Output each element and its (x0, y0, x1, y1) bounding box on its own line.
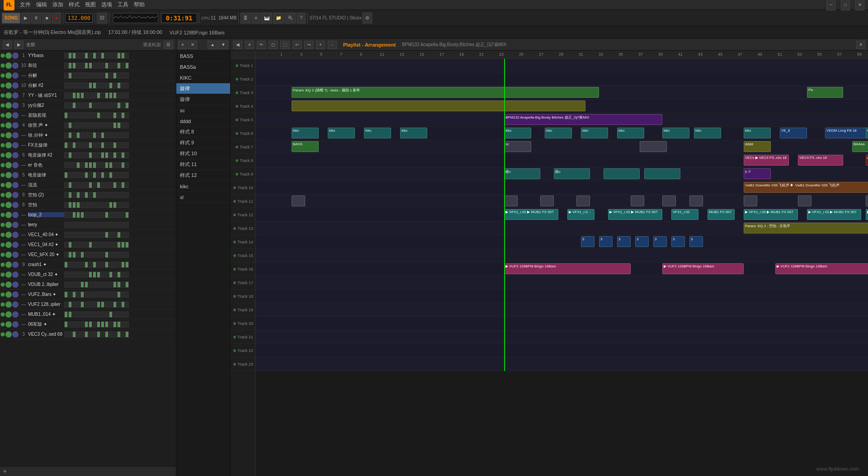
playlist-add-btn[interactable]: + (245, 41, 254, 49)
clip[interactable]: y..2 (744, 168, 771, 179)
channel-name[interactable]: 电音旋律 (28, 172, 64, 178)
channel-solo-btn[interactable] (12, 301, 19, 308)
mixer-button[interactable]: 🎛 (241, 13, 250, 24)
clip[interactable]: VFX1_r.02 (671, 209, 698, 220)
channel-led[interactable] (1, 163, 5, 167)
channel-solo-btn[interactable] (12, 122, 19, 129)
clip[interactable]: 曲c (554, 168, 590, 179)
clip[interactable]: 06军鼓 (866, 155, 868, 166)
channel-mute-btn[interactable] (5, 331, 12, 338)
channel-pads[interactable] (64, 202, 175, 208)
channel-pads[interactable] (64, 122, 175, 129)
channel-pads[interactable] (64, 232, 175, 238)
clip[interactable]: ▶ VFX1_r.02 ▶ MUB1 FX 007 (608, 209, 662, 220)
clip[interactable]: kikc (328, 128, 355, 138)
channel-mute-btn[interactable] (5, 291, 12, 298)
clip[interactable] (504, 195, 518, 206)
channel-led[interactable] (1, 94, 5, 97)
track-row[interactable]: BASSscddddBAAsa (255, 140, 868, 154)
channel-pads[interactable] (64, 112, 175, 119)
channel-solo-btn[interactable] (12, 192, 19, 198)
channel-mute-btn[interactable] (5, 252, 12, 258)
channel-name[interactable]: 分解 (28, 72, 64, 79)
channel-pads[interactable] (64, 102, 175, 109)
channel-name[interactable]: FX主旋律 (28, 142, 64, 148)
clip[interactable]: 3 (689, 236, 703, 247)
channel-mute-btn[interactable] (5, 281, 12, 288)
track-row[interactable] (255, 59, 868, 72)
channel-name[interactable]: VEC3 Cy..sed 68 (28, 332, 64, 337)
channel-solo-btn[interactable] (12, 321, 19, 328)
clip[interactable]: ▶ VFX1_r.02 (866, 209, 868, 220)
clip[interactable]: VE_8 (780, 128, 807, 138)
playlist-pencil[interactable]: ✏ (257, 41, 266, 49)
clip[interactable]: ▶ VFX1_r.02 ▶ MUB1 FX 007 (744, 209, 798, 220)
channel-solo-btn[interactable] (12, 132, 19, 138)
channel-solo-btn[interactable] (12, 311, 19, 318)
clip[interactable]: ▶ VUF2 128BPM Bingo 16Bars (662, 263, 744, 274)
channel-mute-btn[interactable] (5, 132, 12, 138)
clip[interactable]: sc (504, 141, 531, 152)
channel-led[interactable] (1, 273, 5, 276)
channel-pads[interactable] (64, 142, 175, 148)
channel-mute-btn[interactable] (5, 162, 12, 168)
channel-name[interactable]: loop_2 (28, 212, 64, 217)
help-button[interactable]: ? (297, 13, 306, 24)
channel-led[interactable] (1, 124, 5, 127)
channel-pads[interactable] (64, 321, 175, 328)
channel-pads[interactable] (64, 262, 175, 268)
channel-name[interactable]: 空拍 (28, 202, 64, 208)
channel-rack-nav-prev[interactable]: ◀ (3, 41, 12, 49)
channel-led[interactable] (1, 203, 5, 207)
track-row[interactable] (255, 344, 868, 357)
track-row[interactable]: 曲c曲cy..2 (255, 167, 868, 181)
channel-name[interactable]: VUF2 128..iplier (28, 302, 64, 307)
channel-pads[interactable] (64, 192, 175, 198)
channel-mute-btn[interactable] (5, 202, 12, 208)
channel-pads[interactable] (64, 242, 175, 248)
track-row[interactable]: ▶ VFX1_r.02 ▶ MUB1 FX 007▶ VFX1_r.02 ▶ M… (255, 208, 868, 222)
channel-name[interactable]: YYbass (28, 53, 64, 58)
clip[interactable]: ▶ VFX1_r.02 ▶ MUB1 FX 007 (504, 209, 558, 220)
channel-solo-btn[interactable] (12, 52, 19, 59)
channel-pads[interactable] (64, 172, 175, 178)
track-row[interactable]: VwB1 Downlifer 039 飞机声 ▶ VwB1 Downlifer … (255, 181, 868, 195)
browser-item[interactable]: sc (176, 105, 230, 116)
channel-mute-btn[interactable] (5, 102, 12, 109)
channel-solo-btn[interactable] (12, 212, 19, 218)
channel-led[interactable] (1, 293, 5, 296)
track-row[interactable]: Param. EQ 2 (插槽 7) - bass - 频段 1 衰率Pa.Pa… (255, 86, 868, 100)
clip[interactable] (662, 195, 676, 206)
clip[interactable]: Param. EQ 2 - 空拍 - 主电平 (744, 223, 868, 233)
channel-solo-btn[interactable] (12, 202, 19, 208)
channel-solo-btn[interactable] (12, 242, 19, 248)
browser-item[interactable]: 旋律 (176, 83, 230, 94)
clip[interactable]: Param. EQ 2 (插槽 7) - bass - 频段 1 衰率 (292, 87, 599, 98)
channel-pads[interactable] (64, 82, 175, 89)
browser-button[interactable]: 📁 (273, 13, 284, 24)
channel-name[interactable]: 电音旋律 #2 (28, 152, 64, 158)
browser-item[interactable]: KIKC (176, 72, 230, 83)
channel-mute-btn[interactable] (5, 82, 12, 89)
playlist-zoom-in[interactable]: + (316, 41, 325, 49)
channel-name[interactable]: er 音色 (28, 162, 64, 168)
channel-solo-btn[interactable] (12, 182, 19, 188)
clip[interactable] (292, 195, 305, 206)
clip[interactable]: 曲c (504, 168, 540, 179)
playlist-eraser[interactable]: ◻ (269, 41, 278, 49)
channel-solo-btn[interactable] (12, 232, 19, 238)
channel-solo-btn[interactable] (12, 252, 19, 258)
channel-solo-btn[interactable] (12, 142, 19, 148)
channel-led[interactable] (1, 173, 5, 177)
channel-led[interactable] (1, 323, 5, 326)
channel-mute-btn[interactable] (5, 212, 12, 218)
channel-led[interactable] (1, 213, 5, 217)
clip[interactable]: VwB1 Downlifer 039 飞机声 ▶ VwB1 Downlifer … (744, 182, 868, 193)
channel-led[interactable] (1, 243, 5, 247)
browser-item[interactable]: 旋律 (176, 94, 230, 105)
clip[interactable]: kikc (866, 128, 868, 138)
channel-mute-btn[interactable] (5, 72, 12, 79)
browser-item[interactable]: dddd (176, 116, 230, 127)
clip[interactable] (689, 195, 703, 206)
clip[interactable]: kikc (581, 128, 608, 138)
